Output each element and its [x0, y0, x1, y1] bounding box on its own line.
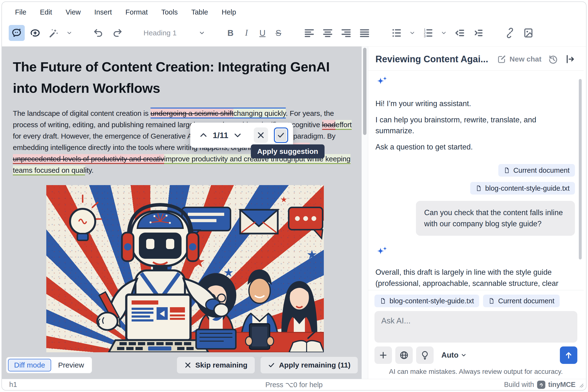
assistant-message: I can help you brainstorm, rewrite, tran… [375, 114, 560, 136]
chevron-down-icon [441, 30, 447, 36]
document-illustration [46, 185, 324, 352]
plus-icon [378, 350, 388, 360]
skip-remaining-button[interactable]: Skip remaining [177, 357, 255, 373]
numbered-list-icon: 1 2 3 [423, 28, 433, 38]
numbered-list-dropdown[interactable] [438, 25, 449, 41]
branding[interactable]: Build with tinyMCE [504, 380, 586, 389]
italic-button[interactable]: I [240, 28, 253, 38]
current-document-chip[interactable]: Current document [498, 164, 575, 176]
new-chat-label: New chat [509, 55, 541, 63]
editor-scrollbar-thumb[interactable] [363, 48, 366, 135]
model-selector[interactable]: Auto [441, 351, 467, 360]
align-center-button[interactable] [320, 25, 336, 41]
menu-item[interactable]: Edit [40, 8, 52, 17]
indent-button[interactable] [470, 25, 486, 41]
check-icon [268, 362, 275, 369]
menu-item[interactable]: Format [126, 8, 148, 17]
user-message: Can you check that the content falls inl… [416, 201, 575, 236]
block-format-select[interactable]: Heading 1 [140, 29, 209, 37]
document-title: The Future of Content Creation: Integrat… [13, 56, 357, 99]
outdent-icon [454, 28, 465, 38]
align-right-button[interactable] [338, 25, 354, 41]
strikethrough-button[interactable]: S [272, 28, 285, 38]
align-left-button[interactable] [301, 25, 317, 41]
chat-history-icon[interactable] [548, 54, 558, 64]
skip-remaining-label: Skip remaining [195, 361, 247, 369]
redo-icon [112, 28, 122, 38]
ai-improve-button[interactable] [46, 25, 62, 41]
editor-scrollbar[interactable] [362, 46, 368, 379]
reject-suggestion-button[interactable] [254, 128, 268, 143]
bullet-list-dropdown[interactable] [407, 25, 418, 41]
document-icon [475, 184, 482, 192]
style-guide-chip[interactable]: blog-content-style-guide.txt [374, 294, 479, 307]
apply-remaining-button[interactable]: Apply remaining (11) [261, 357, 358, 373]
ask-ai-input[interactable] [374, 311, 577, 342]
help-shortcut-text: Press ⌥0 for help [2, 380, 586, 389]
insert-image-button[interactable] [520, 25, 536, 41]
align-justify-button[interactable] [357, 25, 372, 41]
apply-suggestion-tooltip: Apply suggestion [251, 144, 325, 158]
diff-mode-tab[interactable]: Diff mode [8, 359, 51, 372]
bullet-list-button[interactable] [388, 25, 404, 41]
ai-improve-dropdown[interactable] [64, 25, 75, 41]
sidebar-header: Reviewing Content Agai... New chat [368, 46, 584, 70]
underline-button[interactable]: U [256, 28, 269, 38]
numbered-list-button[interactable]: 1 2 3 [420, 25, 436, 41]
view-mode-toggle: Diff mode Preview [6, 357, 92, 374]
previous-suggestion-icon[interactable] [199, 130, 208, 140]
undo-button[interactable] [91, 25, 107, 41]
diff-segment[interactable]: changing quickly [233, 108, 286, 118]
diff-segment[interactable]: effort [335, 120, 352, 130]
menu-item[interactable]: Help [222, 8, 236, 17]
document-icon [488, 297, 495, 304]
new-chat-button[interactable]: New chat [497, 54, 541, 64]
document-paragraph: The landscape of digital content creatio… [13, 108, 357, 176]
web-search-button[interactable] [395, 346, 413, 364]
style-guide-chip[interactable]: blog-content-style-guide.txt [470, 182, 575, 194]
editor-canvas[interactable]: The Future of Content Creation: Integrat… [2, 46, 362, 379]
undo-icon [93, 28, 104, 38]
menu-item[interactable]: Insert [94, 8, 112, 17]
bold-button[interactable]: B [224, 28, 237, 38]
add-attachment-button[interactable] [374, 346, 392, 364]
diff-segment[interactable]: The landscape of digital content creatio… [13, 109, 151, 117]
next-suggestion-icon[interactable] [233, 130, 242, 140]
link-button[interactable] [502, 25, 518, 41]
current-document-chip[interactable]: Current document [483, 294, 560, 307]
branding-name: tinyMCE [548, 380, 576, 388]
send-button[interactable] [560, 346, 577, 364]
menu-item[interactable]: Tools [161, 8, 178, 17]
menu-item[interactable]: File [15, 8, 27, 17]
collapse-sidebar-icon[interactable] [565, 54, 575, 64]
block-format-label: Heading 1 [144, 29, 177, 37]
toolbar: Heading 1 B I U S [2, 20, 586, 46]
ai-shortcuts-button[interactable] [27, 25, 43, 41]
diff-segment[interactable]: undergoing a seismic shift [151, 108, 233, 118]
chip-label: blog-content-style-guide.txt [485, 184, 569, 192]
robot-and-team-artwork [46, 185, 324, 352]
align-center-icon [322, 28, 333, 38]
menu-item[interactable]: Table [191, 8, 208, 17]
diff-segment[interactable]: load [322, 120, 336, 130]
redo-button[interactable] [109, 25, 125, 41]
chip-label: Current document [513, 166, 569, 174]
chevron-down-icon [199, 30, 205, 36]
assistant-message: Hi! I’m your writing assistant. [375, 98, 560, 109]
apply-suggestion-button[interactable] [274, 128, 288, 143]
menu-item[interactable]: View [66, 8, 81, 17]
suggestion-popup: 1/11 [190, 122, 293, 148]
diff-segment[interactable]: ity. [85, 166, 94, 174]
model-selector-label: Auto [441, 351, 459, 360]
preview-tab[interactable]: Preview [52, 359, 90, 372]
assistant-message: Ask a question to get started. [375, 142, 560, 152]
ai-chat-bubble-icon [12, 28, 22, 38]
outdent-button[interactable] [451, 25, 467, 41]
ai-assistant-button[interactable] [9, 25, 25, 41]
close-icon [257, 131, 265, 139]
lightbulb-icon [420, 350, 430, 360]
chat-scrollbar-thumb[interactable] [579, 79, 582, 260]
align-left-icon [304, 28, 315, 38]
suggestions-button[interactable] [416, 346, 434, 364]
document-icon [380, 297, 386, 304]
